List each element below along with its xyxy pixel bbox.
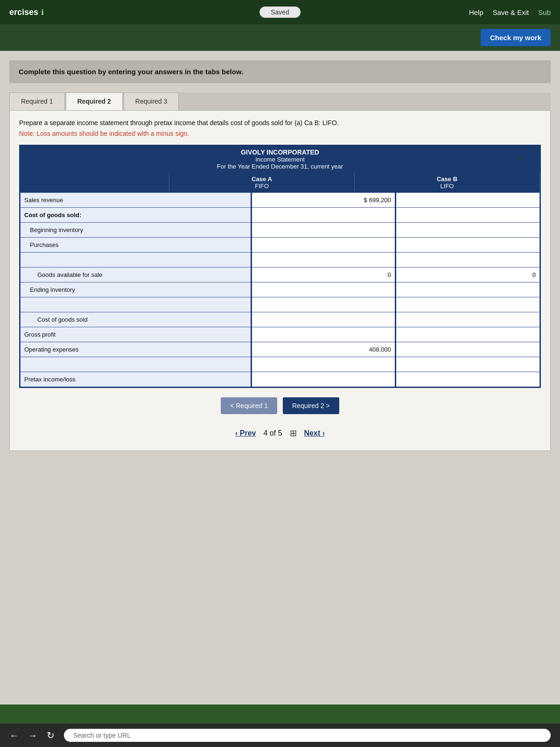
ending-inventory-fifo-input[interactable] <box>256 286 391 293</box>
spacer-fifo-3 <box>251 357 395 372</box>
operating-expenses-label: Operating expenses <box>21 342 252 357</box>
check-my-work-button[interactable]: Check my work <box>481 29 551 46</box>
ending-inventory-lifo-cell[interactable] <box>395 282 539 297</box>
browser-back-button[interactable]: ← <box>9 730 19 741</box>
table-row: Gross profit <box>21 327 540 342</box>
top-bar: ercises ℹ Saved Help Save & Exit Sub <box>0 0 560 24</box>
column-headers: Case A FIFO Case B LIFO <box>20 173 540 192</box>
prepare-text: Prepare a separate income statement thro… <box>19 118 541 128</box>
goods-available-label: Goods available for sale <box>21 268 252 282</box>
table-row: Goods available for sale 0 0 <box>21 268 540 282</box>
operating-expenses-fifo-cell: 408,000 <box>251 342 395 357</box>
cursor-indicator: ↖ <box>518 153 526 164</box>
statement-header: GIVOLY INCORPORATED Income Statement For… <box>20 146 540 173</box>
required1-nav-button[interactable]: < Required 1 <box>221 397 277 414</box>
submit-link[interactable]: Sub <box>538 8 551 16</box>
main-content: Complete this question by entering your … <box>0 51 560 705</box>
table-row: Cost of goods sold <box>21 312 540 327</box>
sales-revenue-fifo-cell[interactable]: $ 699,200 <box>251 193 395 208</box>
statement-period: For the Year Ended December 31, current … <box>20 163 540 170</box>
cogs-total-fifo-input[interactable] <box>256 316 391 323</box>
spacer-lifo-3 <box>395 357 539 372</box>
instruction-box: Complete this question by entering your … <box>9 60 551 83</box>
tab-required1[interactable]: Required 1 <box>9 92 65 110</box>
browser-search-bar[interactable]: Search or type URL <box>64 729 551 742</box>
browser-refresh-button[interactable]: ↻ <box>47 730 55 741</box>
instruction-text: Complete this question by entering your … <box>19 68 541 76</box>
gross-profit-lifo-cell[interactable] <box>395 327 539 342</box>
beginning-inventory-lifo-cell[interactable] <box>395 223 539 238</box>
cogs-header-lifo <box>395 208 539 223</box>
purchases-fifo-input[interactable] <box>256 241 391 248</box>
tab-required2[interactable]: Required 2 <box>66 92 123 110</box>
table-row-spacer <box>21 357 540 372</box>
spacer-label-2 <box>21 297 252 312</box>
beginning-inventory-lifo-input[interactable] <box>400 226 536 233</box>
app-title: ercises <box>9 7 38 17</box>
ending-inventory-fifo-cell[interactable] <box>251 282 395 297</box>
prev-arrow-icon: ‹ <box>235 429 240 437</box>
goods-available-lifo-cell: 0 <box>395 268 539 282</box>
purchases-lifo-input[interactable] <box>400 241 536 248</box>
pretax-income-lifo-input[interactable] <box>400 376 536 383</box>
beginning-inventory-label: Beginning inventory <box>21 223 252 238</box>
info-icon[interactable]: ℹ <box>41 8 44 17</box>
gross-profit-fifo-input[interactable] <box>256 331 391 338</box>
browser-forward-button[interactable]: → <box>28 730 37 741</box>
gross-profit-label: Gross profit <box>21 327 252 342</box>
purchases-fifo-cell[interactable] <box>251 238 395 253</box>
tab-required3[interactable]: Required 3 <box>124 92 179 110</box>
table-row: Operating expenses 408,000 <box>21 342 540 357</box>
gross-profit-fifo-cell[interactable] <box>251 327 395 342</box>
sales-revenue-lifo-input[interactable] <box>400 197 536 204</box>
table-row: Ending inventory <box>21 282 540 297</box>
operating-expenses-lifo-cell[interactable] <box>395 342 539 357</box>
ending-inventory-label: Ending inventory <box>21 282 252 297</box>
table-row-spacer <box>21 297 540 312</box>
table-row: Beginning inventory <box>21 223 540 238</box>
note-text: Note: Loss amounts should be indicated w… <box>19 130 541 137</box>
statement-title: Income Statement <box>20 156 540 163</box>
company-name: GIVOLY INCORPORATED <box>20 148 540 156</box>
next-button[interactable]: Next › <box>304 429 325 437</box>
table-row-cogs-header: Cost of goods sold: <box>21 208 540 223</box>
pretax-income-lifo-cell[interactable] <box>395 372 539 387</box>
empty-header <box>20 173 169 192</box>
ending-inventory-lifo-input[interactable] <box>400 286 536 293</box>
spacer-label-3 <box>21 357 252 372</box>
col-a-header: Case A FIFO <box>169 173 355 192</box>
cogs-total-fifo-cell[interactable] <box>251 312 395 327</box>
purchases-lifo-cell[interactable] <box>395 238 539 253</box>
cogs-total-lifo-input[interactable] <box>400 316 536 323</box>
help-link[interactable]: Help <box>469 8 483 16</box>
saved-indicator: Saved <box>259 7 301 18</box>
pretax-income-fifo-cell[interactable] <box>251 372 395 387</box>
gross-profit-lifo-input[interactable] <box>400 331 536 338</box>
table-row: Sales revenue $ 699,200 <box>21 193 540 208</box>
col-b-method: LIFO <box>357 183 538 190</box>
tabs-container: Required 1 Required 2 Required 3 <box>9 92 551 110</box>
pagination-bar: ‹ Prev 4 of 5 ⊞ Next › <box>19 423 541 443</box>
navigation-buttons: < Required 1 Required 2 > <box>19 397 541 414</box>
col-a-case: Case A <box>171 176 352 183</box>
operating-expenses-lifo-input[interactable] <box>400 346 536 353</box>
table-row: Purchases <box>21 238 540 253</box>
cogs-total-label: Cost of goods sold <box>21 312 252 327</box>
top-bar-right: Help Save & Exit Sub <box>469 8 551 16</box>
required2-nav-button[interactable]: Required 2 > <box>283 397 339 414</box>
row-label-sales-revenue: Sales revenue <box>21 193 252 208</box>
pretax-income-fifo-input[interactable] <box>256 376 391 383</box>
beginning-inventory-fifo-input[interactable] <box>256 226 391 233</box>
sales-revenue-lifo-cell[interactable] <box>395 193 539 208</box>
secondary-bar: Check my work <box>0 24 560 51</box>
prev-button[interactable]: ‹ Prev <box>235 429 256 437</box>
save-exit-link[interactable]: Save & Exit <box>493 8 529 16</box>
page-info: 4 of 5 <box>263 429 282 437</box>
cogs-header-fifo <box>251 208 395 223</box>
grid-icon[interactable]: ⊞ <box>290 428 297 438</box>
next-arrow-icon: › <box>322 429 325 437</box>
col-b-header: Case B LIFO <box>355 173 540 192</box>
cogs-total-lifo-cell[interactable] <box>395 312 539 327</box>
beginning-inventory-fifo-cell[interactable] <box>251 223 395 238</box>
table-row: Pretax income/loss <box>21 372 540 387</box>
